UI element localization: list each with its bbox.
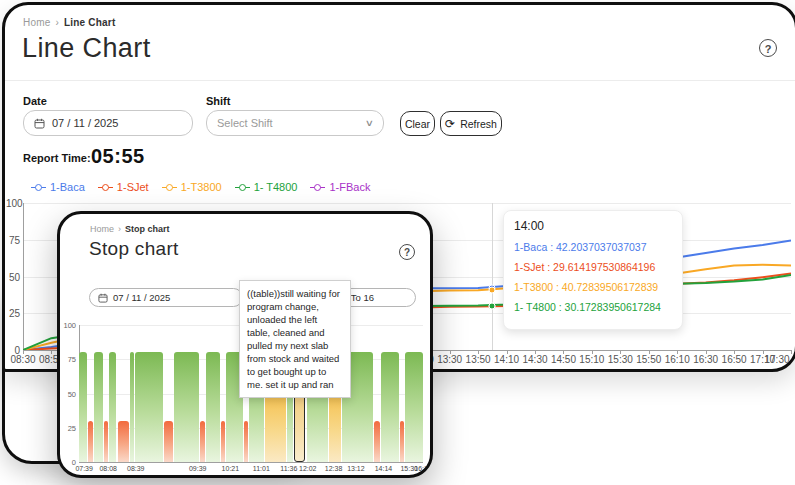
page-title: Line Chart [22,33,151,64]
x-tick-label: 15:10 [579,354,604,365]
refresh-button[interactable]: ⟳ Refresh [440,111,502,136]
legend-label: 1-SJet [117,181,149,193]
breadcrumb-current: Line Chart [64,17,115,28]
stop-bar[interactable] [381,352,399,462]
stop-bar[interactable] [118,421,129,462]
stop-bar[interactable] [244,421,248,462]
crosshair-dot-1-T4800 [489,302,496,309]
stop-y-tick-label: 0 [63,458,76,467]
legend-item-1-T3800[interactable]: 1-T3800 [162,181,222,193]
stop-bar[interactable] [109,352,116,462]
report-time-label: Report Time: [23,152,91,164]
tooltip-series-value: 1-T3800 : 40.72839506172839 [514,281,672,293]
legend-marker-ring [239,184,246,191]
stop-bar[interactable] [130,352,135,462]
legend-marker-ring [102,184,109,191]
x-tick-label: 16:50 [722,354,747,365]
stop-bar[interactable] [265,394,286,463]
page-background: Home›Line Chart Line Chart ? Date 07 / 1… [0,0,795,485]
stop-y-tick-label: 100 [63,321,76,330]
stop-bar[interactable] [374,421,379,462]
legend-marker-icon [235,184,250,191]
modal-date-input[interactable]: 07 / 11 / 2025 [89,288,243,307]
stop-x-axis-line [79,462,423,463]
modal-breadcrumb-home-link[interactable]: Home [90,224,114,234]
stop-bar[interactable] [200,421,205,462]
legend-label: 1-FBack [329,181,370,193]
x-tick-label: 17:30 [764,354,789,365]
report-time-value: 05:55 [91,145,145,168]
crosshair-dot-1-T3800 [489,287,496,294]
stop-bar[interactable] [400,421,404,462]
legend-label: 1-Baca [50,181,85,193]
tooltip-series-value: 1-Baca : 42.2037037037037 [514,241,672,253]
x-tick-label: 13:30 [437,354,462,365]
y-tick-label: 50 [6,272,20,283]
legend-label: 1- T4800 [254,181,298,193]
shift-placeholder: Select Shift [217,117,273,129]
x-tick-label: 08:30 [10,354,35,365]
stop-bar[interactable] [104,421,108,462]
chevron-down-icon: ∨ [365,118,374,128]
stop-bar[interactable] [329,394,341,463]
stop-bar[interactable] [164,421,172,462]
modal-breadcrumb-separator: › [118,224,121,234]
x-tick-label: 14:50 [551,354,576,365]
date-value: 07 / 11 / 2025 [52,117,118,129]
breadcrumb-home-link[interactable]: Home [23,17,50,28]
stop-x-tick-label: 07:39 [75,465,93,472]
clear-button-label: Clear [405,118,430,130]
x-tick-label: 14:10 [494,354,519,365]
stop-bar[interactable] [88,421,93,462]
help-icon[interactable]: ? [759,39,777,57]
calendar-icon [34,118,45,129]
chart-legend: 1-Baca1-SJet1-T38001- T48001-FBack [31,181,370,193]
stop-bar-selected[interactable] [294,394,306,463]
legend-marker-icon [98,184,113,191]
modal-help-icon[interactable]: ? [399,244,415,260]
refresh-icon: ⟳ [445,118,455,130]
stop-bar[interactable] [135,352,163,462]
stop-x-tick-label: 11:01 [253,465,270,472]
header-divider [5,80,795,81]
x-tick-mark [791,350,792,354]
y-tick-label: 25 [6,308,20,319]
stop-bar[interactable] [79,352,87,462]
stop-y-tick-label: 25 [63,424,76,433]
legend-marker-ring [35,184,42,191]
modal-breadcrumb: Home›Stop chart [90,224,170,234]
stop-x-tick-label: 10:21 [222,465,240,472]
legend-item-1-SJet[interactable]: 1-SJet [98,181,149,193]
stop-bar[interactable] [94,352,103,462]
line-chart-tooltip: 14:00 1-Baca : 42.20370370370371-SJet : … [503,210,683,330]
legend-item-1-T4800[interactable]: 1- T4800 [235,181,298,193]
legend-item-1-Baca[interactable]: 1-Baca [31,181,85,193]
stop-y-tick-label: 50 [63,390,76,399]
shift-label: Shift [206,95,230,107]
stop-bar[interactable] [174,352,199,462]
stop-x-tick-label: 11:36 [280,465,297,472]
breadcrumb-separator: › [55,17,59,28]
stop-bar[interactable] [221,421,225,462]
x-tick-label: 16:30 [693,354,718,365]
shift-select[interactable]: Select Shift ∨ [206,110,384,136]
modal-breadcrumb-current: Stop chart [125,224,170,234]
tooltip-series-value: 1- T4800 : 30.17283950617284 [514,301,672,313]
legend-marker-icon [310,184,325,191]
modal-calendar-icon [98,293,108,303]
date-input[interactable]: 07 / 11 / 2025 [23,110,193,136]
stop-x-tick-label: 08:08 [99,465,117,472]
stop-x-tick-label: 14:14 [375,465,393,472]
stop-x-tick-label: 12:02 [299,465,317,472]
stop-x-tick-label: 08:39 [127,465,145,472]
clear-button[interactable]: Clear [400,111,435,136]
legend-item-1-FBack[interactable]: 1-FBack [310,181,370,193]
tooltip-time: 14:00 [514,219,672,233]
legend-marker-icon [31,184,46,191]
stop-bar[interactable] [206,352,220,462]
stop-y-tick-label: 75 [63,355,76,364]
crosshair-line [492,203,493,350]
breadcrumb: Home›Line Chart [23,17,115,28]
stop-bar[interactable] [405,352,423,462]
legend-marker-ring [166,184,173,191]
